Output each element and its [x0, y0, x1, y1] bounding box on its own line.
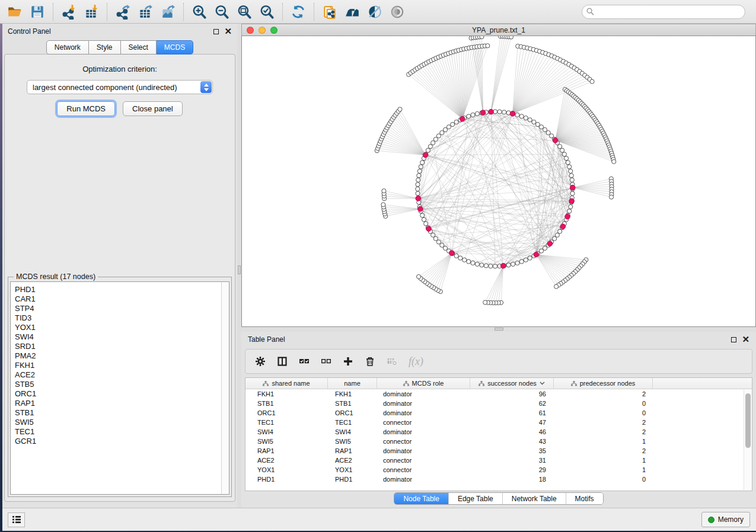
toolbar-separator: [314, 3, 314, 21]
tab-mcds[interactable]: MCDS: [157, 40, 193, 55]
mcds-result-group: MCDS result (17 nodes) PHD1CAR1STP4TID3Y…: [8, 277, 232, 497]
memory-button[interactable]: Memory: [701, 512, 750, 527]
mcds-result-item[interactable]: YOX1: [15, 323, 221, 332]
table-cell: 2: [554, 419, 653, 426]
network-file-button[interactable]: [318, 2, 341, 22]
table-row[interactable]: SWI4SWI4dominator462: [245, 427, 752, 437]
control-panel-close-button[interactable]: ✕: [224, 28, 232, 35]
zoom-selected-button[interactable]: [256, 2, 278, 22]
mcds-result-item[interactable]: PMA2: [15, 351, 221, 361]
table-scrollbar[interactable]: [744, 390, 752, 490]
column-header-predecessor-nodes[interactable]: predecessor nodes: [554, 378, 653, 389]
column-header-successor-nodes[interactable]: successor nodes: [470, 378, 554, 389]
delete-column-button[interactable]: [365, 356, 375, 367]
table-row[interactable]: STB1STB1dominator620: [245, 399, 752, 408]
tab-motifs[interactable]: Motifs: [566, 493, 603, 504]
select-all-columns-button[interactable]: [299, 356, 310, 367]
refresh-button[interactable]: [287, 2, 310, 22]
column-header-name[interactable]: name: [328, 378, 377, 389]
table-row[interactable]: SWI5SWI5connector431: [245, 437, 752, 446]
mcds-result-item[interactable]: CAR1: [15, 294, 221, 304]
hide-details-button[interactable]: [363, 2, 386, 22]
add-column-button[interactable]: [343, 356, 353, 367]
mcds-result-scrollbar[interactable]: [221, 282, 229, 494]
vertical-splitter[interactable]: [237, 24, 241, 508]
table-cell: 31: [470, 457, 554, 464]
export-image-button[interactable]: [157, 2, 179, 22]
table-row[interactable]: YOX1YOX1connector291: [245, 465, 752, 475]
table-settings-gear-button[interactable]: [255, 356, 266, 367]
control-panel-float-button[interactable]: [213, 29, 219, 34]
save-session-button[interactable]: [26, 2, 49, 22]
mcds-result-item[interactable]: TEC1: [15, 427, 221, 437]
mcds-result-item[interactable]: SWI5: [15, 418, 221, 427]
import-table-button[interactable]: [80, 2, 103, 22]
horizontal-splitter[interactable]: [241, 327, 756, 332]
network-graph: [242, 36, 755, 326]
task-history-button[interactable]: [8, 512, 25, 527]
window-maximize-icon[interactable]: [270, 27, 277, 34]
table-row[interactable]: TEC1TEC1connector472: [245, 418, 752, 427]
table-panel-float-button[interactable]: [731, 337, 736, 342]
mcds-result-item[interactable]: ACE2: [15, 370, 221, 380]
vertical-splitter-handle[interactable]: [238, 265, 241, 274]
table-row[interactable]: ACE2ACE2connector311: [245, 456, 752, 465]
tab-style[interactable]: Style: [89, 40, 121, 55]
export-table-button[interactable]: [134, 2, 157, 22]
table-row[interactable]: FKH1FKH1dominator962: [245, 389, 752, 399]
mcds-result-item[interactable]: PHD1: [15, 285, 221, 294]
mcds-result-item[interactable]: ORC1: [15, 389, 221, 399]
column-header-shared-name[interactable]: shared name: [245, 378, 328, 389]
mcds-result-list: PHD1CAR1STP4TID3YOX1SWI4SRD1PMA2FKH1ACE2…: [10, 281, 229, 495]
mcds-result-item[interactable]: STB1: [15, 408, 221, 418]
tab-edge-table[interactable]: Edge Table: [448, 493, 502, 504]
delete-table-button: [387, 356, 397, 367]
tab-network[interactable]: Network: [46, 40, 89, 55]
zoom-out-button[interactable]: [210, 2, 233, 22]
optimization-criterion-dropdown[interactable]: largest connected component (undirected): [27, 80, 213, 94]
table-row[interactable]: RAP1RAP1dominator352: [245, 446, 752, 456]
show-details-icon: [390, 4, 405, 20]
open-session-button[interactable]: [4, 2, 26, 22]
network-canvas[interactable]: [241, 36, 756, 327]
unselect-all-columns-button[interactable]: [321, 356, 331, 367]
memory-status-icon: [708, 517, 714, 523]
table-row[interactable]: ORC1ORC1dominator610: [245, 408, 752, 418]
show-details-button[interactable]: [386, 2, 409, 22]
table-scrollbar-thumb[interactable]: [745, 393, 751, 448]
search-input[interactable]: [582, 5, 745, 19]
mcds-result-item[interactable]: GCR1: [15, 437, 221, 446]
column-header-MCDS-role[interactable]: MCDS role: [377, 378, 470, 389]
zoom-fit-button[interactable]: [233, 2, 256, 22]
window-minimize-icon[interactable]: [259, 27, 266, 34]
show-columns-button[interactable]: [277, 356, 288, 367]
table-cell: 35: [470, 447, 554, 454]
table-cell: 2: [554, 390, 653, 398]
mcds-result-item[interactable]: SWI4: [15, 332, 221, 342]
tab-select[interactable]: Select: [121, 40, 157, 55]
table-panel-close-button[interactable]: ✕: [742, 336, 749, 343]
mcds-result-item[interactable]: STB5: [15, 380, 221, 389]
mcds-result-item[interactable]: TID3: [15, 313, 221, 323]
window-close-icon[interactable]: [247, 27, 254, 34]
mcds-result-item[interactable]: FKH1: [15, 361, 221, 370]
mcds-result-item[interactable]: SRD1: [15, 342, 221, 351]
export-table-icon: [138, 4, 153, 20]
export-network-button[interactable]: [111, 2, 134, 22]
import-network-button[interactable]: [58, 2, 80, 22]
table-cell: STB1: [328, 400, 377, 407]
horizontal-splitter-handle[interactable]: [495, 328, 503, 331]
run-mcds-button[interactable]: Run MCDS: [57, 101, 115, 116]
close-panel-button[interactable]: Close panel: [123, 101, 183, 116]
table-toolbar: f(x): [245, 349, 752, 374]
table-row[interactable]: PHD1PHD1dominator180: [245, 475, 752, 484]
tab-node-table[interactable]: Node Table: [394, 493, 448, 504]
mcds-result-item[interactable]: STP4: [15, 304, 221, 313]
table-cell: dominator: [377, 428, 470, 435]
mcds-result-item[interactable]: RAP1: [15, 399, 221, 408]
table-cell: ACE2: [328, 457, 377, 464]
column-type-icon: [479, 381, 484, 386]
zoom-in-button[interactable]: [188, 2, 210, 22]
tab-network-table[interactable]: Network Table: [502, 493, 566, 504]
search-window-button[interactable]: [341, 2, 363, 22]
